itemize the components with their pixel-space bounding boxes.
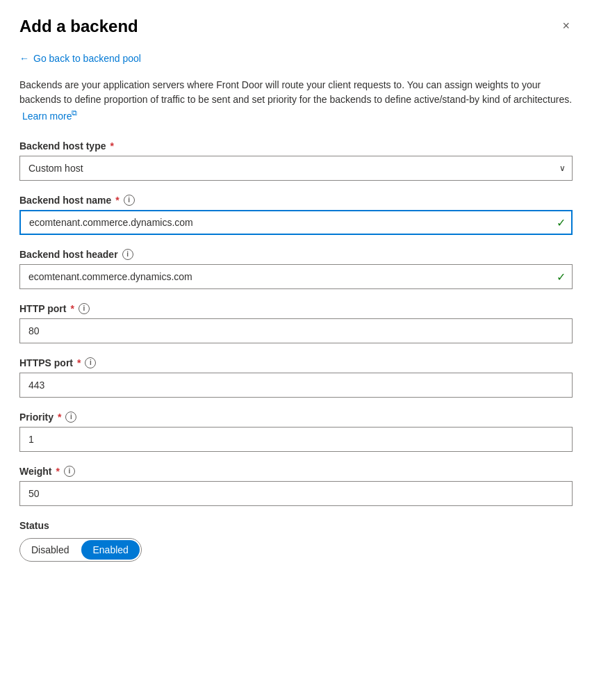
required-star: * xyxy=(115,195,119,206)
back-arrow-icon: ← xyxy=(19,53,29,64)
back-link-label: Go back to backend pool xyxy=(33,53,141,64)
backend-host-header-input-wrapper: ✓ xyxy=(19,264,573,289)
priority-input[interactable] xyxy=(19,427,573,452)
info-icon: i xyxy=(122,249,133,260)
backend-host-name-group: Backend host name * i ✓ xyxy=(19,195,573,235)
https-port-input[interactable] xyxy=(19,373,573,398)
required-star: * xyxy=(77,357,81,368)
backend-host-type-label: Backend host type * xyxy=(19,140,573,152)
https-port-input-wrapper xyxy=(19,373,573,398)
panel-header: Add a backend × xyxy=(19,17,573,36)
info-icon: i xyxy=(85,357,96,368)
backend-host-name-label: Backend host name * i xyxy=(19,195,573,206)
status-toggle-group: Disabled Enabled xyxy=(19,538,142,562)
learn-more-link[interactable]: Learn more⧉ xyxy=(22,111,78,122)
add-backend-panel: Add a backend × ← Go back to backend poo… xyxy=(0,0,592,700)
info-icon: i xyxy=(65,412,76,423)
status-enabled-option[interactable]: Enabled xyxy=(81,540,139,560)
description-body: Backends are your application servers wh… xyxy=(19,79,572,105)
http-port-group: HTTP port * i xyxy=(19,303,573,343)
backend-host-name-input[interactable] xyxy=(19,210,573,235)
panel-title: Add a backend xyxy=(19,17,138,36)
status-disabled-option[interactable]: Disabled xyxy=(20,539,80,561)
status-label: Status xyxy=(19,520,573,531)
back-link[interactable]: ← Go back to backend pool xyxy=(19,53,141,64)
required-star: * xyxy=(70,303,74,314)
backend-host-type-select[interactable]: Custom host App service Cloud service St… xyxy=(19,156,573,181)
backend-host-name-input-wrapper: ✓ xyxy=(19,210,573,235)
backend-host-type-select-wrapper: Custom host App service Cloud service St… xyxy=(19,156,573,181)
priority-group: Priority * i xyxy=(19,412,573,452)
https-port-label: HTTPS port * i xyxy=(19,357,573,368)
info-icon: i xyxy=(79,303,90,314)
description-text: Backends are your application servers wh… xyxy=(19,78,573,124)
backend-host-type-group: Backend host type * Custom host App serv… xyxy=(19,140,573,181)
valid-check-icon: ✓ xyxy=(557,270,566,283)
weight-label: Weight * i xyxy=(19,466,573,477)
backend-host-header-group: Backend host header i ✓ xyxy=(19,249,573,289)
http-port-label: HTTP port * i xyxy=(19,303,573,314)
https-port-group: HTTPS port * i xyxy=(19,357,573,398)
required-star: * xyxy=(58,412,61,423)
priority-label: Priority * i xyxy=(19,412,573,423)
priority-input-wrapper xyxy=(19,427,573,452)
http-port-input[interactable] xyxy=(19,318,573,343)
backend-host-header-label: Backend host header i xyxy=(19,249,573,260)
weight-input[interactable] xyxy=(19,481,573,506)
weight-group: Weight * i xyxy=(19,466,573,506)
valid-check-icon: ✓ xyxy=(557,215,566,229)
backend-host-header-input[interactable] xyxy=(19,264,573,289)
info-icon: i xyxy=(124,195,135,206)
status-group: Status Disabled Enabled xyxy=(19,520,573,562)
external-link-icon: ⧉ xyxy=(72,108,77,117)
info-icon: i xyxy=(64,466,75,477)
http-port-input-wrapper xyxy=(19,318,573,343)
required-star: * xyxy=(110,140,113,152)
weight-input-wrapper xyxy=(19,481,573,506)
required-star: * xyxy=(56,466,59,477)
close-button[interactable]: × xyxy=(559,17,573,35)
